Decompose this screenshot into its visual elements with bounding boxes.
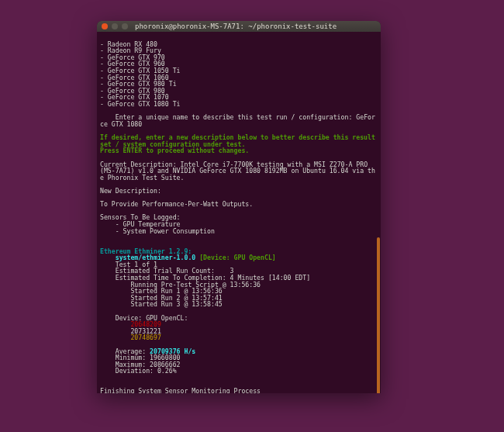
new-description-label: New Description: [100,187,161,195]
desc-prompt-line1: If desired, enter a new description belo… [100,133,379,148]
terminal-content[interactable]: - Radeon RX 480 - Radeon R9 Fury - GeFor… [97,32,381,393]
current-description: Current Description: Intel Core i7-7700K… [100,161,375,181]
desc-prompt-line2: Press ENTER to proceed without changes. [100,147,249,154]
run-line: Started Run 3 @ 13:58:45 [100,300,223,308]
maximize-icon[interactable] [122,23,128,29]
scrollbar[interactable] [377,237,380,393]
perf-line: To Provide Performance-Per-Watt Outputs. [100,200,253,208]
monitor-closing: Finishing System Sensor Monitoring Proce… [100,387,261,393]
titlebar[interactable]: phoronix@phoronix-MS-7A71: ~/phoronix-te… [97,21,381,32]
gpu-list-item: - GeForce GTX 1080 Ti [100,100,181,108]
terminal-window: phoronix@phoronix-MS-7A71: ~/phoronix-te… [97,21,381,393]
window-title: phoronix@phoronix-MS-7A71: ~/phoronix-te… [135,22,337,30]
close-icon[interactable] [102,23,108,29]
dev-line: Deviation: 0.26% [100,367,177,375]
prompt-name: Enter a unique name to describe this tes… [100,113,375,128]
result-value-high: 20748697 [100,334,161,341]
sensor-item: - System Power Consumption [100,227,215,235]
minimize-icon[interactable] [112,23,118,29]
